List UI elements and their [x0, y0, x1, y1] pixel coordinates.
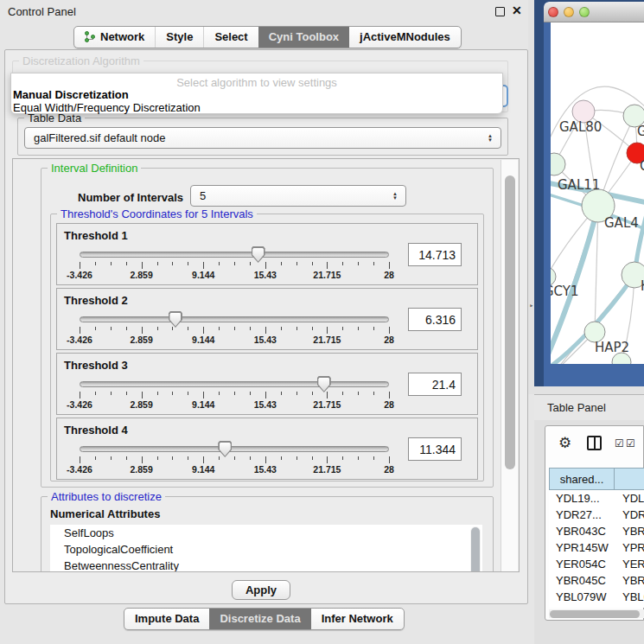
tab-jactivemnodules[interactable]: jActiveMNodules: [349, 27, 461, 48]
tick-mark: [342, 392, 343, 395]
tab-select[interactable]: Select: [203, 27, 258, 48]
table-cell[interactable]: YPR1: [615, 539, 644, 556]
tick-mark: [172, 327, 173, 330]
network-canvas[interactable]: GAL80GCGAL11GAL4GCY1HHAP2: [551, 22, 644, 364]
table-cell[interactable]: YBR045C: [549, 572, 615, 589]
slider-tick-labels: -3.4262.8599.14415.4321.71528: [80, 399, 389, 411]
table-cell[interactable]: YDR27...: [549, 507, 615, 523]
table-data-combobox[interactable]: galFiltered.sif default node ▲▼: [24, 127, 501, 149]
table-row[interactable]: YDL19...YDL1: [549, 490, 644, 507]
threshold-1-value-field[interactable]: [408, 243, 462, 266]
tick-mark: [111, 456, 112, 460]
table-cell[interactable]: YER054C: [549, 556, 615, 572]
zoom-traffic-light-icon[interactable]: [579, 7, 590, 17]
tick-mark: [327, 327, 328, 334]
gear-icon[interactable]: ⚙: [558, 434, 571, 452]
table-hscrollbar[interactable]: [549, 609, 644, 618]
tick-mark: [142, 392, 143, 399]
table-rows: YDL19...YDL1YDR27...YDR2YBR043CYBR0YPR14…: [549, 490, 644, 608]
threshold-coordinates-legend: Threshold's Coordinates for 5 Intervals: [57, 207, 257, 220]
table-row[interactable]: YLR345WYLR3: [549, 605, 644, 608]
table-panel-title: Table Panel: [547, 401, 606, 414]
algorithm-dropdown-popup: Select algorithm to view settings Manual…: [10, 73, 503, 114]
threshold-4-slider-thumb[interactable]: [218, 441, 232, 457]
threshold-3-slider-thumb[interactable]: [317, 376, 331, 392]
threshold-2-slider-thumb[interactable]: [169, 311, 182, 328]
settings-scrollbar[interactable]: [501, 160, 518, 572]
table-cell[interactable]: YLR345W: [549, 605, 615, 608]
table-cell[interactable]: YDR2: [615, 507, 644, 523]
threshold-3-value-field[interactable]: [408, 373, 462, 396]
threshold-4-slider-track[interactable]: [80, 446, 389, 452]
list-scrollbar-thumb[interactable]: [471, 527, 480, 572]
column-split-icon[interactable]: [587, 436, 602, 450]
table-cell[interactable]: YDL19...: [549, 490, 615, 507]
attribute-list-item[interactable]: TopologicalCoefficient: [50, 541, 482, 558]
table-cell[interactable]: YDL1: [615, 490, 644, 507]
threshold-2-value-field[interactable]: [408, 308, 462, 331]
tick-mark: [203, 327, 204, 334]
apply-button[interactable]: Apply: [232, 580, 290, 600]
threshold-2-box: Threshold 2 -3.4262.8599.14415.4321.7152…: [56, 288, 478, 350]
threshold-coordinates-group: Threshold's Coordinates for 5 Intervals …: [50, 214, 484, 481]
list-scrollbar[interactable]: [470, 526, 481, 572]
tick-mark: [188, 456, 188, 460]
threshold-1-slider-thumb[interactable]: [252, 246, 265, 263]
table-row[interactable]: YER054CYER0: [549, 556, 644, 572]
table-cell[interactable]: YBL079W: [549, 589, 615, 605]
threshold-4-value-field[interactable]: [408, 437, 462, 461]
tab-discretize-data[interactable]: Discretize Data: [209, 609, 310, 629]
attribute-list-item[interactable]: BetweennessCentrality: [50, 558, 482, 572]
network-node[interactable]: [551, 153, 565, 175]
tick-label: 28: [384, 399, 394, 410]
slider-ticks: [80, 327, 389, 335]
tab-infer-network[interactable]: Infer Network: [311, 609, 404, 629]
column-header-shared[interactable]: shared...: [549, 468, 615, 490]
tick-mark: [219, 392, 220, 395]
column-header-name[interactable]: n: [615, 468, 644, 490]
tick-mark: [281, 456, 282, 460]
tab-style[interactable]: Style: [155, 27, 203, 48]
minimize-traffic-light-icon[interactable]: [564, 7, 574, 17]
close-icon[interactable]: ✕: [512, 3, 522, 17]
tab-style-label: Style: [166, 30, 193, 43]
threshold-3-slider-track[interactable]: [80, 381, 389, 387]
attribute-list-item[interactable]: SelfLoops: [50, 525, 482, 541]
tick-mark: [358, 392, 359, 395]
float-icon[interactable]: [495, 7, 505, 16]
table-row[interactable]: YBR045CYBR0: [549, 572, 644, 589]
table-row[interactable]: YDR27...YDR2: [549, 507, 644, 523]
tick-label: -3.426: [67, 335, 92, 345]
table-cell[interactable]: YBR043C: [549, 523, 615, 539]
table-row[interactable]: YPR145WYPR1: [549, 539, 644, 556]
tab-impute-data[interactable]: Impute Data: [124, 609, 209, 629]
table-cell[interactable]: YBL0: [615, 589, 644, 605]
network-window-titlebar[interactable]: [544, 2, 644, 22]
table-row[interactable]: YBL079WYBL0: [549, 589, 644, 605]
network-view-window[interactable]: GAL80GCGAL11GAL4GCY1HHAP2: [544, 2, 644, 386]
table-row[interactable]: YBR043CYBR0: [549, 523, 644, 539]
threshold-2-slider-track[interactable]: [80, 316, 389, 322]
settings-scrollbar-thumb[interactable]: [505, 175, 515, 469]
attributes-legend: Attributes to discretize: [48, 490, 165, 503]
tab-cyni-toolbox[interactable]: Cyni Toolbox: [258, 27, 349, 48]
table-hscrollbar-thumb[interactable]: [550, 610, 640, 618]
checkbox-icon[interactable]: ☑: [615, 437, 625, 450]
tab-network[interactable]: Network: [74, 27, 155, 48]
numerical-attributes-list[interactable]: SelfLoopsTopologicalCoefficientBetweenne…: [50, 525, 482, 572]
table-cell[interactable]: YPR145W: [549, 539, 615, 556]
popup-option-manual[interactable]: Manual Discretization: [13, 88, 129, 101]
table-cell[interactable]: YLR3: [615, 605, 644, 608]
table-cell[interactable]: YER0: [615, 556, 644, 572]
checkbox-icon[interactable]: ☑: [626, 437, 636, 450]
threshold-1-slider-track[interactable]: [80, 252, 389, 258]
table-cell[interactable]: YBR0: [615, 523, 644, 539]
number-of-intervals-combobox[interactable]: 5 ▲▼: [190, 185, 406, 207]
close-traffic-light-icon[interactable]: [548, 7, 558, 17]
table-cell[interactable]: YBR0: [615, 572, 644, 589]
tick-mark: [265, 456, 266, 463]
tick-label: 15.43: [254, 399, 277, 410]
tick-mark: [111, 262, 112, 265]
popup-option-equal-width[interactable]: Equal Width/Frequency Discretization: [13, 101, 201, 114]
tick-mark: [219, 327, 220, 330]
